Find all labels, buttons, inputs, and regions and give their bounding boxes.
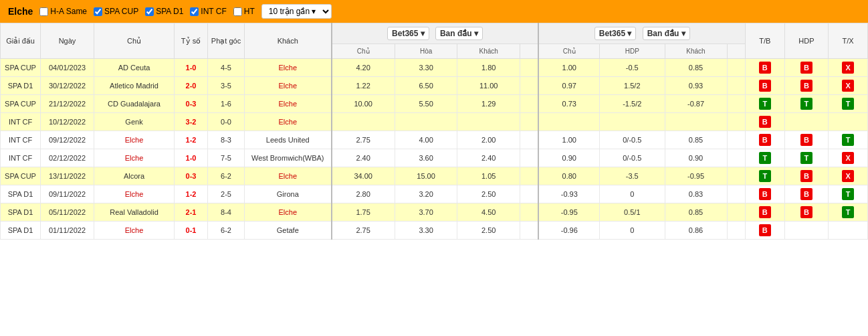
cell-tx: T bbox=[829, 95, 868, 113]
cell-giai-dau: SPA D1 bbox=[1, 185, 41, 203]
cell-o2-empty bbox=[727, 131, 745, 149]
cell-o1-empty bbox=[520, 149, 538, 167]
cell-o1-khach: 11.00 bbox=[457, 77, 520, 95]
cell-chu: Genk bbox=[94, 113, 175, 131]
cell-o2-khach: 0.86 bbox=[665, 222, 727, 240]
cell-ngay: 05/11/2022 bbox=[41, 203, 94, 222]
header-ngay: Ngày bbox=[41, 23, 94, 59]
label-ht: HT bbox=[244, 7, 255, 16]
cell-chu: AD Ceuta bbox=[94, 59, 175, 77]
cell-o1-khach bbox=[457, 113, 520, 131]
filter-ht[interactable]: HT bbox=[233, 7, 255, 16]
checkbox-spa-cup[interactable] bbox=[94, 7, 102, 16]
cell-ngay: 09/12/2022 bbox=[41, 131, 94, 149]
label-spa-cup: SPA CUP bbox=[104, 7, 138, 16]
cell-tyso: 3-2 bbox=[175, 113, 208, 131]
table-row: SPA CUP04/01/2023AD Ceuta1-04-5Elche4.20… bbox=[1, 59, 868, 77]
cell-giai-dau: INT CF bbox=[1, 113, 41, 131]
cell-giai-dau: INT CF bbox=[1, 131, 41, 149]
cell-o2-chu: 0.90 bbox=[538, 149, 599, 167]
cell-tb: B bbox=[745, 222, 784, 240]
checkbox-spa-d1[interactable] bbox=[145, 7, 154, 16]
table-row: SPA D105/11/2022Real Valladolid2-18-4Elc… bbox=[1, 203, 868, 222]
cell-tyso: 0-3 bbox=[175, 167, 208, 185]
cell-o1-chu: 1.75 bbox=[332, 203, 395, 222]
cell-khach: West Bromwich(WBA) bbox=[245, 149, 332, 167]
cell-tyso: 1-0 bbox=[175, 149, 208, 167]
odds1-type[interactable]: Ban đầu ▾ bbox=[435, 27, 483, 40]
cell-khach: Elche bbox=[245, 95, 332, 113]
table-row: SPA D130/12/2022Atletico Madrid2-03-5Elc… bbox=[1, 77, 868, 95]
checkbox-int-cf[interactable] bbox=[190, 7, 199, 16]
cell-o1-empty bbox=[520, 185, 538, 203]
cell-tx: T bbox=[829, 203, 868, 222]
cell-tb: B bbox=[745, 113, 784, 131]
header-ty-so: Tỷ số bbox=[175, 23, 208, 59]
table-row: INT CF02/12/2022Elche1-07-5West Bromwich… bbox=[1, 149, 868, 167]
cell-o1-hoa: 3.60 bbox=[395, 149, 457, 167]
cell-hdp-badge: B bbox=[784, 203, 828, 222]
cell-o2-empty bbox=[727, 167, 745, 185]
table-row: SPA CUP13/11/2022Alcora0-36-2Elche34.001… bbox=[1, 167, 868, 185]
odds1-label[interactable]: Bet365 ▾ bbox=[387, 27, 429, 40]
header-hdp: HDP bbox=[784, 23, 828, 59]
filter-spa-cup[interactable]: SPA CUP bbox=[94, 7, 138, 16]
cell-o2-khach bbox=[665, 113, 727, 131]
header-o2-chu: Chủ bbox=[538, 44, 599, 59]
cell-chu: Alcora bbox=[94, 167, 175, 185]
cell-phat-goc: 6-2 bbox=[208, 167, 245, 185]
cell-o2-empty bbox=[727, 59, 745, 77]
cell-phat-goc: 0-0 bbox=[208, 113, 245, 131]
cell-chu: Elche bbox=[94, 185, 175, 203]
cell-giai-dau: SPA CUP bbox=[1, 59, 41, 77]
cell-khach: Elche bbox=[245, 203, 332, 222]
cell-o1-empty bbox=[520, 77, 538, 95]
cell-o2-empty bbox=[727, 77, 745, 95]
cell-tb: T bbox=[745, 167, 784, 185]
cell-ngay: 21/12/2022 bbox=[41, 95, 94, 113]
cell-tyso: 0-3 bbox=[175, 95, 208, 113]
label-int-cf: INT CF bbox=[201, 7, 226, 16]
filter-ha-same[interactable]: H-A Same bbox=[39, 7, 87, 16]
cell-o1-empty bbox=[520, 113, 538, 131]
cell-o2-hdp: 0 bbox=[600, 185, 665, 203]
cell-o1-khach: 2.40 bbox=[457, 149, 520, 167]
team-name: Elche bbox=[8, 6, 33, 17]
cell-o2-khach: 0.85 bbox=[665, 203, 727, 222]
filter-int-cf[interactable]: INT CF bbox=[190, 7, 226, 16]
filter-spa-d1[interactable]: SPA D1 bbox=[145, 7, 183, 16]
cell-o1-hoa: 15.00 bbox=[395, 167, 457, 185]
cell-ngay: 02/12/2022 bbox=[41, 149, 94, 167]
cell-tx bbox=[829, 113, 868, 131]
cell-tx: X bbox=[829, 149, 868, 167]
cell-o2-chu: 0.80 bbox=[538, 167, 599, 185]
cell-o2-empty bbox=[727, 203, 745, 222]
cell-o2-hdp: 0/-0.5 bbox=[600, 149, 665, 167]
cell-tb: B bbox=[745, 131, 784, 149]
cell-o2-empty bbox=[727, 222, 745, 240]
odds2-type[interactable]: Ban đầu ▾ bbox=[643, 27, 690, 40]
cell-o2-empty bbox=[727, 95, 745, 113]
cell-giai-dau: SPA CUP bbox=[1, 95, 41, 113]
cell-hdp-badge bbox=[784, 113, 828, 131]
cell-phat-goc: 1-6 bbox=[208, 95, 245, 113]
cell-ngay: 01/11/2022 bbox=[41, 222, 94, 240]
cell-chu: Elche bbox=[94, 131, 175, 149]
checkbox-ha-same[interactable] bbox=[39, 7, 48, 16]
cell-o2-chu: -0.96 bbox=[538, 222, 599, 240]
recent-select[interactable]: 10 trận gần ▾ 5 trận gần 15 trận gần 20 … bbox=[261, 4, 332, 19]
checkbox-ht[interactable] bbox=[233, 7, 242, 16]
cell-khach: Elche bbox=[245, 77, 332, 95]
cell-khach: Leeds United bbox=[245, 131, 332, 149]
header-giai-dau: Giải đấu bbox=[1, 23, 41, 59]
cell-tx: X bbox=[829, 167, 868, 185]
table-row: SPA D101/11/2022Elche0-16-2Getafe2.753.3… bbox=[1, 222, 868, 240]
cell-o2-empty bbox=[727, 185, 745, 203]
top-bar: Elche H-A Same SPA CUP SPA D1 INT CF HT … bbox=[0, 0, 868, 23]
header-o2-empty bbox=[727, 44, 745, 59]
odds2-label[interactable]: Bet365 ▾ bbox=[594, 27, 637, 40]
cell-hdp-badge: B bbox=[784, 131, 828, 149]
cell-giai-dau: SPA D1 bbox=[1, 77, 41, 95]
cell-o1-empty bbox=[520, 131, 538, 149]
header-o1-hoa: Hòa bbox=[395, 44, 457, 59]
